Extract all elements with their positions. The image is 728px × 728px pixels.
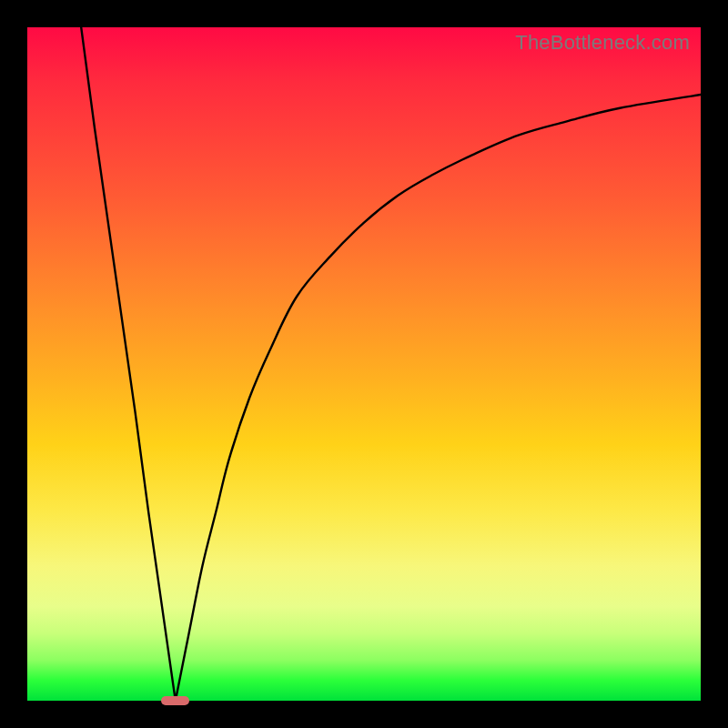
curve-right-branch [176, 95, 701, 701]
curve-left-branch [81, 27, 176, 701]
curve-svg [27, 27, 701, 701]
minimum-marker [161, 696, 189, 705]
plot-area: TheBottleneck.com [27, 27, 701, 701]
chart-frame: TheBottleneck.com [0, 0, 728, 728]
